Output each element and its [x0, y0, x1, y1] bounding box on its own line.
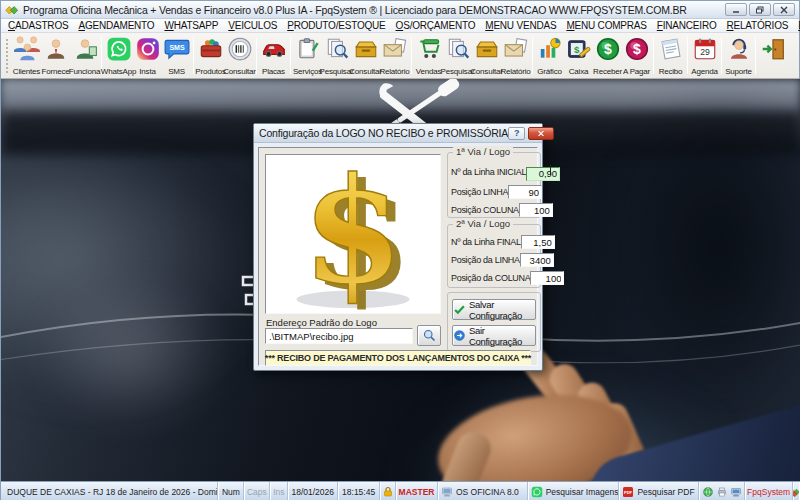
toolbar-recibo-button[interactable]: Recibo [656, 34, 685, 77]
status-app-version: OS OFICINA 8.0 [438, 482, 528, 500]
search-images-label: Pesquisar Imagens [546, 487, 619, 497]
status-app-label: OS OFICINA 8.0 [456, 487, 519, 497]
car-icon [261, 36, 287, 62]
logo-path-input[interactable] [265, 328, 413, 344]
globe-icon[interactable] [702, 486, 714, 498]
toolbar-pesquisar-button[interactable]: Pesquisar [443, 34, 472, 77]
via1-groupbox: 1ª Via / Logo Nº da Linha INICIAL Posiçã… [447, 152, 541, 218]
toolbar-grafico-button[interactable]: Gráfico [535, 34, 564, 77]
toolbar-exit-door-icon-button[interactable] [758, 34, 787, 77]
app-logo-icon [5, 3, 19, 17]
field-row: Nº da Linha FINAL [451, 235, 537, 249]
status-tool-icons [699, 482, 745, 500]
toolbar-relatorio-button[interactable]: Relatório [380, 34, 409, 77]
toolbar-button-label: Recibo [659, 67, 683, 76]
toolbar-grip [5, 38, 10, 73]
linha-final-input[interactable] [521, 235, 555, 249]
status-brand: FpqSystem [745, 482, 793, 500]
toolbar-fornece-button[interactable]: Fornece [41, 34, 70, 77]
status-user: MASTER [396, 482, 438, 500]
products-icon [198, 36, 224, 62]
toolbar-funciona-button[interactable]: Funciona [70, 34, 99, 77]
search-docs-icon [324, 36, 350, 62]
menu-item-cadastros[interactable]: CADASTROS [3, 20, 73, 31]
posicao-da-linha-input[interactable] [520, 253, 554, 267]
save-config-button[interactable]: Salvar Configuração [452, 299, 536, 320]
toolbar-agenda-button[interactable]: 29Agenda [690, 34, 719, 77]
menu-item-os-orcamento[interactable]: OS/ORÇAMENTO [391, 20, 481, 31]
menu-item-financeiro[interactable]: FINANCEIRO [652, 20, 722, 31]
menu-item-veiculos[interactable]: VEICULOS [223, 20, 282, 31]
minimize-button[interactable] [725, 3, 747, 16]
field-row: Posição da LINHA [451, 253, 537, 267]
toolbar-clientes-button[interactable]: Clientes [12, 34, 41, 77]
toolbar-consultar-button[interactable]: Consultar [225, 34, 254, 77]
menu-item-produto-estoque[interactable]: PRODUTO/ESTOQUE [282, 20, 390, 31]
field-row: Posição COLUNA [451, 203, 537, 217]
save-config-label: Salvar Configuração [469, 299, 535, 321]
posicao-linha-input[interactable] [508, 185, 542, 199]
toolbar-sms-button[interactable]: SMSSMS [162, 34, 191, 77]
toolbar-caixa-button[interactable]: $Caixa [564, 34, 593, 77]
receive-icon: $ [595, 36, 621, 62]
dialog-close-button[interactable] [528, 127, 554, 140]
barcode-icon [227, 36, 253, 62]
menu-item-menu-vendas[interactable]: MENU VENDAS [480, 20, 561, 31]
toolbar-separator [721, 37, 722, 74]
status-location: DUQUE DE CAXIAS - RJ 18 de Janeiro de 20… [1, 482, 218, 500]
posicao-coluna-input[interactable] [519, 203, 553, 217]
window-titlebar: Programa Oficina Mecânica + Vendas e Fin… [1, 1, 799, 19]
search-pdf-panel[interactable]: PDF Pesquisar PDF [619, 482, 699, 500]
menu-item-agendamento[interactable]: AGENDAMENTO [73, 20, 159, 31]
status-date: 18/01/2026 [288, 482, 338, 500]
monitor-icon[interactable] [730, 486, 742, 498]
exit-config-button[interactable]: Sair Configuração [452, 325, 536, 346]
toolbar-button-label: Insta [139, 67, 155, 76]
field-label: Nº da Linha INICIAL [451, 167, 526, 177]
printer-icon[interactable] [716, 486, 728, 498]
menu-item-estatistica[interactable]: ESTATISTICA [793, 20, 800, 31]
toolbar-produtos-button[interactable]: Produtos [196, 34, 225, 77]
toolbar-servicos-button[interactable]: Serviços [293, 34, 322, 77]
magnifier-icon [422, 328, 437, 343]
toolbar-button-label: SMS [168, 67, 185, 76]
toolbar-suporte-button[interactable]: Suporte [724, 34, 753, 77]
posicao-da-coluna-input[interactable] [530, 271, 564, 285]
linha-inicial-input[interactable] [526, 167, 560, 181]
svg-text:SMS: SMS [169, 44, 185, 51]
toolbar-receber-button[interactable]: $Receber [593, 34, 622, 77]
field-label: Posição COLUNA [451, 205, 519, 215]
toolbar-button-label: Suporte [725, 67, 752, 76]
toolbar: ClientesForneceFuncionaWhatsAppInstaSMSS… [1, 33, 799, 79]
pdf-icon: PDF [622, 486, 634, 498]
toolbar-button-label: Gráfico [537, 67, 561, 76]
toolbar-vendas-button[interactable]: Vendas [414, 34, 443, 77]
restore-button[interactable] [749, 3, 771, 16]
receipt-icon [658, 36, 684, 62]
menu-item-relatorios[interactable]: RELATÓRIOS [721, 20, 793, 31]
close-button[interactable] [773, 3, 795, 16]
toolbar-insta-button[interactable]: Insta [133, 34, 162, 77]
exit-door-icon [760, 36, 786, 62]
dialog-help-button[interactable]: ? [508, 127, 525, 140]
toolbar-whatsapp-button[interactable]: WhatsApp [104, 34, 133, 77]
toolbar-relatorio-button[interactable]: Relatório [501, 34, 530, 77]
toolbar-consultar-button[interactable]: Consultar [472, 34, 501, 77]
browse-logo-button[interactable] [417, 325, 441, 346]
toolbar-separator [532, 37, 533, 74]
search-images-panel[interactable]: Pesquisar Imagens [528, 482, 620, 500]
window-title: Programa Oficina Mecânica + Vendas e Fin… [23, 4, 725, 16]
toolbar-button-label: Fornece [42, 67, 70, 76]
menu-item-whatsapp[interactable]: WHATSAPP [159, 20, 223, 31]
toolbar-consultar-button[interactable]: Consultar [351, 34, 380, 77]
toolbar-button-label: Consultar [470, 67, 502, 76]
menu-item-menu-compras[interactable]: MENU COMPRAS [561, 20, 651, 31]
toolbar-pesquisar-button[interactable]: Pesquisar [322, 34, 351, 77]
toolbar-a-pagar-button[interactable]: $A Pagar [622, 34, 651, 77]
toolbar-placas-button[interactable]: Placas [259, 34, 288, 77]
sms-icon: SMS [164, 36, 190, 62]
search-pdf-label: Pesquisar PDF [637, 487, 694, 497]
drawer-icon [353, 36, 379, 62]
dialog-titlebar: Configuração da LOGO NO RECIBO e PROMISS… [254, 124, 542, 143]
engine-outline-icon [219, 261, 257, 319]
